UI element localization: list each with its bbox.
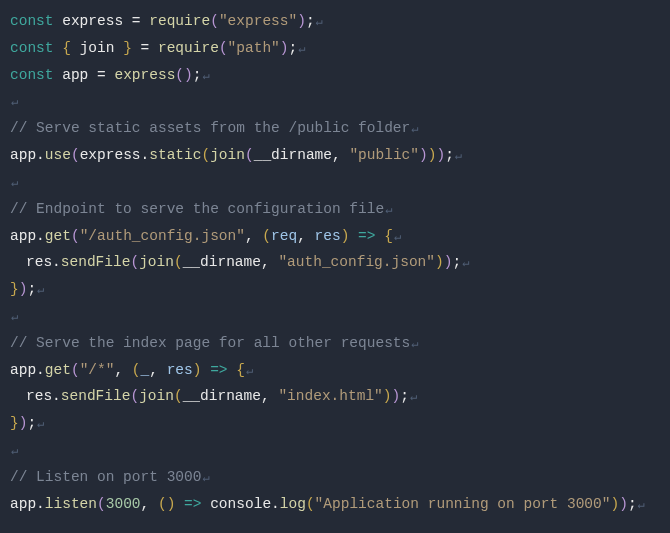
code-token: () — [175, 67, 192, 83]
code-token: static — [149, 147, 201, 163]
code-token: } — [10, 415, 19, 431]
code-token: express — [62, 13, 132, 29]
code-line[interactable]: const app = express();↵ — [10, 62, 660, 89]
code-token: app. — [10, 147, 45, 163]
code-line[interactable]: const { join } = require("path");↵ — [10, 35, 660, 62]
code-token: "path" — [228, 40, 280, 56]
code-token: ) — [280, 40, 289, 56]
code-token: const — [10, 40, 62, 56]
code-token: ( — [130, 254, 139, 270]
code-token: ( — [97, 496, 106, 512]
code-token: log — [280, 496, 306, 512]
code-token: , — [141, 496, 158, 512]
code-line[interactable]: const express = require("express");↵ — [10, 8, 660, 35]
code-token: ( — [71, 147, 80, 163]
code-line[interactable]: app.get("/auth_config.json", (req, res) … — [10, 223, 660, 250]
code-token: ; — [306, 13, 315, 29]
code-token: ( — [174, 388, 183, 404]
eol-marker-icon: ↵ — [384, 203, 392, 217]
code-token: , — [149, 362, 166, 378]
code-token: __dirname, — [183, 388, 279, 404]
code-token: "/auth_config.json" — [80, 228, 245, 244]
code-token: } — [123, 40, 140, 56]
code-token: join — [80, 40, 124, 56]
code-token: () — [158, 496, 175, 512]
code-token: ) — [435, 254, 444, 270]
code-token: listen — [45, 496, 97, 512]
code-token: const — [10, 67, 62, 83]
code-token: app. — [10, 362, 45, 378]
code-token: , — [297, 228, 314, 244]
code-token: get — [45, 362, 71, 378]
code-token: get — [45, 228, 71, 244]
code-token: ( — [174, 254, 183, 270]
code-token: "express" — [219, 13, 297, 29]
eol-marker-icon: ↵ — [10, 444, 18, 458]
code-line[interactable]: // Serve the index page for all other re… — [10, 330, 660, 357]
code-token: 3000 — [106, 496, 141, 512]
code-token: { — [236, 362, 245, 378]
code-token: // Listen on port 3000 — [10, 469, 201, 485]
eol-marker-icon: ↵ — [36, 283, 44, 297]
code-token: ) — [392, 388, 401, 404]
code-token: res. — [26, 254, 61, 270]
eol-marker-icon: ↵ — [201, 69, 209, 83]
code-line[interactable]: // Listen on port 3000↵ — [10, 464, 660, 491]
code-token: ( — [71, 362, 80, 378]
code-token: ; — [400, 388, 409, 404]
code-token: express. — [80, 147, 150, 163]
eol-marker-icon: ↵ — [10, 310, 18, 324]
eol-marker-icon: ↵ — [245, 364, 253, 378]
eol-marker-icon: ↵ — [10, 95, 18, 109]
code-token: => — [201, 362, 236, 378]
code-token: ) — [297, 13, 306, 29]
eol-marker-icon: ↵ — [410, 337, 418, 351]
code-token: res. — [26, 388, 61, 404]
code-token: "auth_config.json" — [278, 254, 435, 270]
code-token: ; — [452, 254, 461, 270]
eol-marker-icon: ↵ — [461, 256, 469, 270]
code-token: console. — [210, 496, 280, 512]
code-token: { — [62, 40, 79, 56]
code-line[interactable]: app.use(express.static(join(__dirname, "… — [10, 142, 660, 169]
code-token: ; — [27, 281, 36, 297]
code-token: = — [132, 13, 149, 29]
code-line[interactable]: // Serve static assets from the /public … — [10, 115, 660, 142]
code-token: ( — [219, 40, 228, 56]
code-token: require — [149, 13, 210, 29]
code-line[interactable]: res.sendFile(join(__dirname, "auth_confi… — [10, 249, 660, 276]
eol-marker-icon: ↵ — [410, 122, 418, 136]
code-token: app. — [10, 496, 45, 512]
code-line[interactable]: ↵ — [10, 88, 660, 115]
code-token: ) — [419, 147, 428, 163]
code-line[interactable]: app.get("/*", (_, res) => {↵ — [10, 357, 660, 384]
code-token: => — [175, 496, 210, 512]
code-line[interactable]: app.listen(3000, () => console.log("Appl… — [10, 491, 660, 518]
code-token: = — [141, 40, 158, 56]
code-token: ) — [383, 388, 392, 404]
code-line[interactable]: });↵ — [10, 276, 660, 303]
code-token: join — [139, 254, 174, 270]
eol-marker-icon: ↵ — [315, 15, 323, 29]
code-line[interactable]: ↵ — [10, 437, 660, 464]
code-token: ( — [132, 362, 141, 378]
code-token: ( — [201, 147, 210, 163]
code-token: join — [139, 388, 174, 404]
code-token: "/*" — [80, 362, 115, 378]
code-line[interactable]: // Endpoint to serve the configuration f… — [10, 196, 660, 223]
code-token: ) — [619, 496, 628, 512]
eol-marker-icon: ↵ — [201, 471, 209, 485]
code-token: ( — [262, 228, 271, 244]
code-line[interactable]: ↵ — [10, 303, 660, 330]
code-token: ( — [71, 228, 80, 244]
code-token: => — [349, 228, 384, 244]
code-token: // Endpoint to serve the configuration f… — [10, 201, 384, 217]
code-token: req — [271, 228, 297, 244]
code-line[interactable]: res.sendFile(join(__dirname, "index.html… — [10, 383, 660, 410]
eol-marker-icon: ↵ — [393, 230, 401, 244]
code-line[interactable]: });↵ — [10, 410, 660, 437]
eol-marker-icon: ↵ — [36, 417, 44, 431]
code-editor-content[interactable]: const express = require("express");↵cons… — [10, 8, 660, 517]
code-token: ; — [27, 415, 36, 431]
code-line[interactable]: ↵ — [10, 169, 660, 196]
